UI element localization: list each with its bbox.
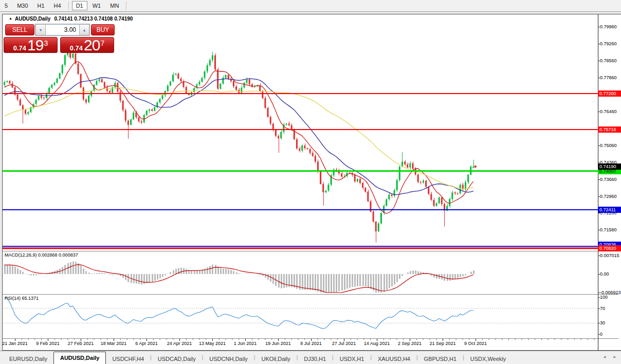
- date-axis-label: 14 Aug 2021: [364, 341, 390, 346]
- chart-tab-gbpusd[interactable]: GBPUSD,H1: [418, 354, 463, 364]
- timeframe-button-mn[interactable]: MN: [106, 1, 123, 10]
- tab-scroll-arrows: ◄ ►: [597, 355, 617, 359]
- toolbar-separator: [68, 2, 69, 10]
- buy-price-sup: 7: [100, 36, 104, 51]
- sell-price-display[interactable]: 0.74193: [4, 37, 58, 53]
- chart-symbol-period: AUDUSD,Daily: [15, 16, 50, 22]
- date-axis-label: 13 May 2021: [199, 341, 226, 346]
- buy-price-display[interactable]: 0.74207: [60, 37, 114, 53]
- timeframe-toolbar: 5M30H1H4D1W1MN: [0, 0, 621, 12]
- date-axis-label: 27 Jul 2021: [332, 341, 356, 346]
- chart-tab-usdchf[interactable]: USDCHF,H4: [106, 354, 150, 364]
- toolbar-separator: [126, 2, 126, 10]
- rsi-axis-label: 30: [600, 320, 605, 325]
- collapse-triangle-icon[interactable]: ▲: [9, 16, 12, 20]
- chart-tab-dj30[interactable]: DJ30,H1: [298, 354, 332, 364]
- price-axis-label: 0.75060: [600, 143, 617, 148]
- sell-price-sup: 3: [44, 36, 48, 51]
- chart-header: ▲AUDUSD,Daily0.74141 0.74213 0.74108 0.7…: [9, 16, 133, 22]
- rsi-axis-label: 0: [600, 332, 602, 337]
- rsi-value: 65.1371: [22, 296, 39, 301]
- tabs-scroll-right-icon[interactable]: ►: [613, 355, 617, 359]
- price-axis-label: 0.79260: [600, 41, 617, 46]
- one-click-trading-panel: SELL ▼ ▲ BUY 0.74193 0.74207: [4, 23, 115, 54]
- price-axis-label: 0.76460: [600, 109, 617, 114]
- level-price-tag: 0.77200: [598, 90, 621, 97]
- buy-price-big: 20: [84, 38, 100, 52]
- date-axis-label: 8 Jul 2021: [300, 341, 322, 346]
- volume-spinner: ▼ ▲: [35, 24, 90, 36]
- chart-tab-eurusd[interactable]: EURUSD,Daily: [3, 354, 53, 364]
- rsi-axis-label: 70: [600, 306, 605, 311]
- buy-button[interactable]: BUY: [91, 24, 115, 35]
- timeframe-button-h1[interactable]: H1: [33, 1, 49, 10]
- chart-tab-ukoil[interactable]: UKOil,Daily: [255, 354, 296, 364]
- level-price-tag: 0.72411: [598, 207, 621, 213]
- sell-price-prefix: 0.74: [13, 41, 26, 56]
- price-axis-label: 0.77860: [600, 75, 617, 80]
- date-axis-label: 19 Jun 2021: [265, 341, 291, 346]
- timeframe-button-h4[interactable]: H4: [50, 1, 65, 10]
- chart-tab-usdcad[interactable]: USDCAD,Daily: [152, 354, 202, 364]
- date-axis-label: 24 Apr 2021: [167, 341, 192, 346]
- date-axis-label: 9 Oct 2021: [464, 341, 487, 346]
- chart-tab-usdcnh[interactable]: USDCNH,Daily: [203, 354, 254, 364]
- buy-price-prefix: 0.74: [70, 41, 83, 56]
- chart-tabs: EURUSD,DailyAUDUSD,DailyUSDCHF,H4|USDCAD…: [3, 351, 512, 364]
- chart-tab-xauusd[interactable]: XAUUSD,H4: [372, 354, 416, 364]
- level-price-tag: 0.75716: [598, 126, 621, 133]
- timeframe-button-w1[interactable]: W1: [88, 1, 105, 10]
- mt4-workspace: 5M30H1H4D1W1MN ▲AUDUSD,Daily0.74141 0.74…: [0, 0, 621, 364]
- volume-input[interactable]: [46, 24, 79, 35]
- chart-tab-audusd[interactable]: AUDUSD,Daily: [53, 352, 106, 364]
- chart-tab-usdx[interactable]: USDX,Weekly: [464, 354, 512, 364]
- chart-ohlc-values: 0.74141 0.74213 0.74108 0.74190: [54, 16, 133, 22]
- macd-name: MACD(12,26,9): [5, 252, 37, 258]
- rsi-label: RSI(14) 65.1371: [5, 296, 39, 301]
- macd-axis-label: 0.00: [600, 271, 609, 277]
- volume-increase-button[interactable]: ▲: [79, 24, 89, 35]
- date-axis-label: 1 Jun 2021: [234, 341, 257, 346]
- macd-value-signal: 0.000837: [59, 252, 78, 258]
- date-axis-label: 21 Sep 2021: [429, 341, 455, 346]
- date-axis-label: 9 Feb 2021: [36, 341, 60, 346]
- tabs-scroll-left-icon[interactable]: ◄: [602, 355, 607, 359]
- date-axis-label: 27 Feb 2021: [68, 341, 94, 346]
- volume-decrease-button[interactable]: ▼: [35, 24, 46, 35]
- sell-button[interactable]: SELL: [5, 24, 34, 35]
- timeframe-button-d1[interactable]: D1: [72, 1, 87, 10]
- macd-value-main: 0.002868: [38, 252, 58, 258]
- macd-axis-label: 0.007015: [600, 253, 619, 258]
- price-axis-label: 0.71580: [600, 227, 617, 232]
- sell-price-big: 19: [27, 38, 43, 52]
- price-axis-label: 0.72960: [600, 194, 617, 199]
- current-price-tag: 0.74190: [598, 163, 621, 170]
- date-axis-label: 18 Mar 2021: [101, 341, 127, 346]
- timeframe-button-5[interactable]: 5: [1, 1, 12, 10]
- level-price-tag: 0.70820: [598, 245, 621, 251]
- macd-label: MACD(12,26,9) 0.002868 0.000837: [5, 252, 78, 258]
- date-axis-label: 6 Apr 2021: [135, 341, 158, 346]
- price-axis-label: 0.79960: [600, 24, 617, 29]
- timeframe-button-m30[interactable]: M30: [13, 1, 32, 10]
- chart-tab-usdx[interactable]: USDX,H1: [334, 354, 371, 364]
- chart-canvas[interactable]: [3, 14, 618, 350]
- price-axis-label: 0.78560: [600, 58, 617, 63]
- date-axis-label: 21 Jan 2021: [2, 341, 28, 346]
- rsi-name: RSI(14): [5, 296, 21, 301]
- rsi-axis-label: 100: [600, 295, 608, 300]
- date-axis-label: 2 Sep 2021: [398, 341, 422, 346]
- price-axis-label: 0.73660: [600, 177, 617, 182]
- chart-tabs-bar: EURUSD,DailyAUDUSD,DailyUSDCHF,H4|USDCAD…: [0, 351, 621, 364]
